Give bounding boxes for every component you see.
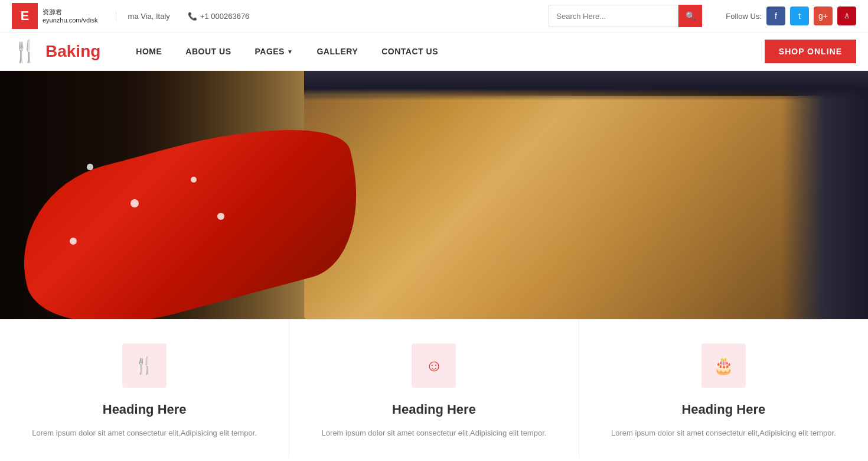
nav-about[interactable]: ABOUT US [185, 47, 231, 56]
shop-online-button[interactable]: SHOP ONLINE [765, 40, 856, 63]
phone-icon: 📞 [188, 12, 197, 21]
nav-home[interactable]: HOME [136, 47, 162, 56]
card-3-icon-wrap: 🎂 [701, 343, 746, 388]
twitter-icon: t [798, 11, 801, 21]
google-plus-icon: g+ [818, 11, 828, 21]
follow-label: Follow Us: [726, 12, 762, 21]
brand-icon: 🍴 [12, 39, 38, 64]
card-1-icon-wrap: 🍴 [122, 343, 167, 388]
logo-line2: eyunzhu.com/vdisk [43, 16, 98, 24]
logo-text-block: 资源君 eyunzhu.com/vdisk [43, 8, 98, 25]
fork-knife-icon: 🍴 [134, 356, 155, 375]
search-area: 🔍 [549, 5, 702, 27]
card-3-heading: Heading Here [597, 402, 850, 417]
nav-bar: 🍴 Baking HOME ABOUT US PAGES ▼ GALLERY C… [0, 33, 868, 71]
pages-dropdown-icon: ▼ [287, 48, 293, 55]
brand-logo: 🍴 Baking [12, 39, 100, 64]
search-input[interactable] [549, 5, 678, 27]
logo-line1: 资源君 [43, 8, 98, 16]
top-bar-left: E 资源君 eyunzhu.com/vdisk ma Via, Italy 📞 … [12, 3, 537, 29]
nav-contact[interactable]: CONTACT US [381, 47, 438, 56]
card-3-text: Lorem ipsum dolor sit amet consectetur e… [597, 427, 850, 440]
card-2-icon-wrap: ☺ [412, 343, 456, 388]
logo-box: E [12, 3, 38, 29]
facebook-button[interactable]: f [766, 7, 785, 25]
google-plus-button[interactable]: g+ [814, 7, 833, 25]
search-button[interactable]: 🔍 [678, 5, 702, 27]
location-text: ma Via, Italy [128, 12, 170, 21]
card-1-heading: Heading Here [18, 402, 271, 417]
card-2: ☺ Heading Here Lorem ipsum dolor sit ame… [289, 320, 579, 457]
search-icon: 🔍 [686, 11, 696, 21]
logo-letter: E [21, 8, 30, 24]
card-1: 🍴 Heading Here Lorem ipsum dolor sit ame… [0, 320, 289, 457]
logo-area: E 资源君 eyunzhu.com/vdisk [12, 3, 98, 29]
pinterest-icon: ♙ [844, 12, 850, 20]
cards-section: 🍴 Heading Here Lorem ipsum dolor sit ame… [0, 319, 868, 457]
card-2-text: Lorem ipsum dolor sit amet consectetur e… [307, 427, 560, 440]
twitter-button[interactable]: t [790, 7, 809, 25]
phone-info: 📞 +1 000263676 [188, 12, 250, 21]
nav-gallery[interactable]: GALLERY [316, 47, 358, 56]
brand-name: Baking [45, 42, 100, 61]
pinterest-button[interactable]: ♙ [837, 7, 856, 25]
facebook-icon: f [775, 11, 777, 21]
follow-area: Follow Us: f t g+ ♙ [726, 7, 856, 25]
card-2-heading: Heading Here [307, 402, 560, 417]
hero-section [0, 71, 868, 319]
nav-pages[interactable]: PAGES ▼ [254, 47, 293, 56]
hero-background [0, 71, 868, 319]
top-bar: E 资源君 eyunzhu.com/vdisk ma Via, Italy 📞 … [0, 0, 868, 33]
card-3: 🎂 Heading Here Lorem ipsum dolor sit ame… [579, 320, 868, 457]
phone-number: +1 000263676 [200, 12, 250, 21]
smiley-icon: ☺ [426, 356, 443, 375]
location-info: ma Via, Italy [116, 12, 170, 21]
nav-links: HOME ABOUT US PAGES ▼ GALLERY CONTACT US [136, 47, 764, 56]
cake-icon: 🎂 [713, 356, 734, 375]
card-1-text: Lorem ipsum dolor sit amet consectetur e… [18, 427, 271, 440]
